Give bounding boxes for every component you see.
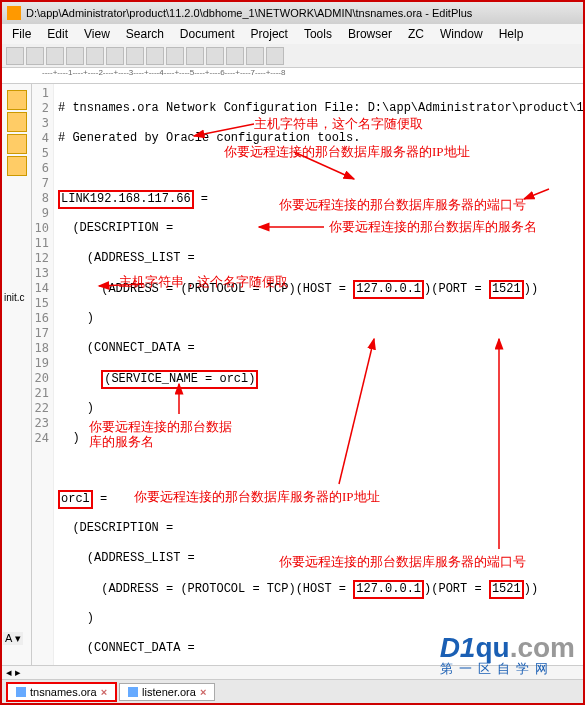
annotation: 你要远程连接的那台数据库服务器的IP地址 [134,489,380,504]
tb-open-icon[interactable] [26,47,44,65]
tb-replace-icon[interactable] [206,47,224,65]
menu-window[interactable]: Window [432,25,491,43]
tab-bar: tnsnames.ora × listener.ora × [2,679,583,703]
title-bar: D:\app\Administrator\product\11.2.0\dbho… [2,2,583,24]
tb-save-icon[interactable] [46,47,64,65]
annotation: 你要远程连接的那台数据库服务器的端口号 [279,197,526,212]
close-icon[interactable]: × [200,686,206,698]
code-line: # tnsnames.ora Network Configuration Fil… [58,101,583,116]
tb-wrap-icon[interactable] [246,47,264,65]
menu-tools[interactable]: Tools [296,25,340,43]
ip-highlight: 127.0.0.1 [353,280,424,299]
folder-icon[interactable] [7,112,27,132]
tb-browser-icon[interactable] [226,47,244,65]
watermark: D1qu.com 第一区自学网 [440,632,575,678]
annotation: 你要远程连接的那台数据库的服务名 [329,219,537,234]
window-title: D:\app\Administrator\product\11.2.0\dbho… [26,7,472,19]
ruler: ----+----1----+----2----+----3----+----4… [2,68,583,84]
service-highlight: (SERVICE_NAME = orcl) [101,370,258,389]
file-icon [16,687,26,697]
annotation: 你要远程连接的那台数据库服务器的端口号 [279,554,526,569]
close-icon[interactable]: × [101,686,107,698]
annotation: 主机字符串，这个名字随便取 [119,274,288,289]
menu-bar[interactable]: File Edit View Search Document Project T… [2,24,583,44]
side-file-label[interactable]: init.c [4,292,25,303]
folder-icon[interactable] [7,156,27,176]
annotation: 主机字符串，这个名字随便取 [254,116,423,131]
menu-zc[interactable]: ZC [400,25,432,43]
line-gutter: 123456789101112131415161718192021222324 [32,84,54,674]
menu-file[interactable]: File [4,25,39,43]
menu-view[interactable]: View [76,25,118,43]
toolbar [2,44,583,68]
menu-help[interactable]: Help [491,25,532,43]
annotation: 你要远程连接的那台数据库服务器的IP地址 [224,144,470,159]
tb-redo-icon[interactable] [166,47,184,65]
tab-listener[interactable]: listener.ora × [119,683,215,701]
hostname-highlight: orcl [58,490,93,509]
port-highlight: 1521 [489,580,524,599]
dir-label[interactable]: A ▾ [3,632,23,645]
annotation: 你要远程连接的那台数据库的服务名 [89,419,239,449]
app-icon [7,6,21,20]
tb-print-icon[interactable] [66,47,84,65]
code-editor[interactable]: # tnsnames.ora Network Configuration Fil… [54,84,583,674]
folder-icon[interactable] [7,90,27,110]
side-panel [2,84,32,674]
tb-paste-icon[interactable] [126,47,144,65]
tb-copy-icon[interactable] [106,47,124,65]
port-highlight: 1521 [489,280,524,299]
tb-find-icon[interactable] [186,47,204,65]
tab-tnsnames[interactable]: tnsnames.ora × [6,682,117,702]
tb-new-icon[interactable] [6,47,24,65]
tb-undo-icon[interactable] [146,47,164,65]
hostname-highlight: LINK192.168.117.66 [58,190,194,209]
menu-edit[interactable]: Edit [39,25,76,43]
menu-search[interactable]: Search [118,25,172,43]
folder-icon[interactable] [7,134,27,154]
tb-spell-icon[interactable] [266,47,284,65]
menu-project[interactable]: Project [243,25,296,43]
file-icon [128,687,138,697]
tb-cut-icon[interactable] [86,47,104,65]
ip-highlight: 127.0.0.1 [353,580,424,599]
menu-browser[interactable]: Browser [340,25,400,43]
main-area: 123456789101112131415161718192021222324 … [2,84,583,674]
menu-document[interactable]: Document [172,25,243,43]
